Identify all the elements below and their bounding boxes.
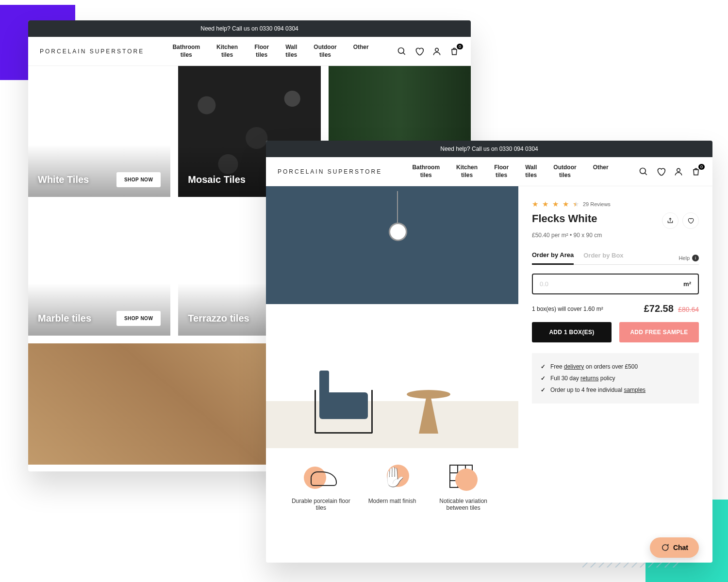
table-illustration <box>407 390 450 434</box>
feature-matt: Modern matt finish <box>361 463 424 511</box>
cart-badge: 0 <box>457 44 463 49</box>
account-icon[interactable] <box>674 167 683 177</box>
tab-order-by-area[interactable]: Order by Area <box>532 251 574 265</box>
room-wall <box>266 186 518 304</box>
add-to-cart-button[interactable]: ADD 1 BOX(ES) <box>532 322 612 342</box>
price-dimensions: £50.40 per m² • 90 x 90 cm <box>532 232 699 239</box>
category-title: Mosaic Tiles <box>188 174 246 185</box>
area-input-wrapper: m² <box>532 274 699 294</box>
feature-durable: Durable porcelain floor tiles <box>289 463 352 511</box>
nav-kitchen[interactable]: Kitchen tiles <box>456 164 478 179</box>
search-icon[interactable] <box>397 47 407 56</box>
category-card-white-tiles[interactable]: White Tiles SHOP NOW <box>28 66 170 197</box>
nav-other[interactable]: Other <box>353 44 369 59</box>
rating-row[interactable]: ★ ★ ★ ★ ★ 29 Reviews <box>532 200 699 209</box>
add-sample-button[interactable]: ADD FREE SAMPLE <box>619 322 699 342</box>
room-floor <box>266 401 518 448</box>
feature-variation: Noticable variation between tiles <box>432 463 495 511</box>
svg-point-3 <box>640 168 646 174</box>
svg-line-1 <box>403 52 405 54</box>
help-link[interactable]: Helpi <box>678 255 699 261</box>
area-input[interactable] <box>540 280 680 288</box>
benefit-item: ✓ Free delivery on orders over £500 <box>541 361 690 372</box>
check-icon: ✓ <box>541 363 546 370</box>
main-nav: Bathroom tiles Kitchen tiles Floor tiles… <box>397 164 624 179</box>
brand-logo[interactable]: PORCELAIN SUPERSTORE <box>278 168 382 175</box>
svg-point-2 <box>435 48 439 51</box>
header-actions: 0 <box>397 47 459 56</box>
category-title: Marble tiles <box>38 313 91 324</box>
brand-logo[interactable]: PORCELAIN SUPERSTORE <box>40 48 144 55</box>
star-icon: ★ <box>552 200 559 209</box>
announcement-bar: Need help? Call us on 0330 094 0304 <box>28 20 471 37</box>
chat-icon <box>661 543 669 552</box>
price-current: £72.58 <box>644 303 674 314</box>
cart-badge: 0 <box>698 164 705 170</box>
main-nav: Bathroom tiles Kitchen tiles Floor tiles… <box>159 44 382 59</box>
check-icon: ✓ <box>541 375 546 382</box>
nav-outdoor[interactable]: Outdoor tiles <box>314 44 336 59</box>
nav-wall[interactable]: Wall tiles <box>285 44 297 59</box>
cart-icon[interactable]: 0 <box>449 47 459 56</box>
nav-outdoor[interactable]: Outdoor tiles <box>553 164 576 179</box>
nav-bathroom[interactable]: Bathroom tiles <box>172 44 200 59</box>
shoe-icon <box>304 463 338 492</box>
site-header: PORCELAIN SUPERSTORE Bathroom tiles Kitc… <box>266 157 712 186</box>
svg-point-0 <box>398 48 404 53</box>
star-half-icon: ★ <box>573 200 579 209</box>
chat-button[interactable]: Chat <box>650 537 699 558</box>
info-icon: i <box>692 255 699 261</box>
returns-link[interactable]: returns <box>580 375 598 382</box>
lamp-bulb <box>390 224 406 240</box>
benefit-item: ✓ Full 30 day returns policy <box>541 372 690 384</box>
category-title: White Tiles <box>38 174 89 185</box>
benefit-item: ✓ Order up to 4 free individual samples <box>541 384 690 396</box>
area-unit: m² <box>683 280 691 288</box>
reviews-count: 29 Reviews <box>583 201 611 207</box>
shop-now-button[interactable]: SHOP NOW <box>116 311 161 326</box>
product-image <box>266 186 518 448</box>
tile-grid-icon <box>447 463 480 492</box>
search-icon[interactable] <box>639 167 648 177</box>
order-tabs: Order by Area Order by Box Helpi <box>532 251 699 265</box>
product-info: ★ ★ ★ ★ ★ 29 Reviews Flecks White £50.40… <box>518 186 712 448</box>
benefits-panel: ✓ Free delivery on orders over £500 ✓ Fu… <box>532 353 699 404</box>
svg-line-4 <box>645 173 647 175</box>
cta-row: ADD 1 BOX(ES) ADD FREE SAMPLE <box>532 322 699 342</box>
heart-icon[interactable] <box>656 167 666 177</box>
site-header: PORCELAIN SUPERSTORE Bathroom tiles Kitc… <box>28 37 471 66</box>
share-button[interactable] <box>662 212 678 229</box>
coverage-text: 1 box(es) will cover 1.60 m² <box>532 306 603 312</box>
star-icon: ★ <box>532 200 538 209</box>
nav-floor[interactable]: Floor tiles <box>254 44 269 59</box>
product-window: Need help? Call us on 0330 094 0304 PORC… <box>266 141 712 563</box>
cart-icon[interactable]: 0 <box>691 167 701 177</box>
lamp-cord <box>397 191 398 225</box>
product-title: Flecks White <box>532 212 597 225</box>
samples-link[interactable]: samples <box>624 387 645 393</box>
product-body: ★ ★ ★ ★ ★ 29 Reviews Flecks White £50.40… <box>266 186 712 448</box>
delivery-link[interactable]: delivery <box>564 363 584 370</box>
category-card-marble[interactable]: Marble tiles SHOP NOW <box>28 205 170 336</box>
announcement-bar: Need help? Call us on 0330 094 0304 <box>266 141 712 157</box>
svg-point-5 <box>677 168 680 172</box>
star-icon: ★ <box>542 200 548 209</box>
nav-kitchen[interactable]: Kitchen tiles <box>216 44 238 59</box>
hand-icon <box>375 463 409 492</box>
product-features: Durable porcelain floor tiles Modern mat… <box>266 448 518 511</box>
wishlist-button[interactable] <box>682 212 699 229</box>
category-title: Terrazzo tiles <box>188 313 249 324</box>
chair-illustration <box>314 375 382 434</box>
star-icon: ★ <box>563 200 569 209</box>
price-old: £80.64 <box>678 306 699 313</box>
nav-floor[interactable]: Floor tiles <box>494 164 509 179</box>
account-icon[interactable] <box>432 47 442 56</box>
nav-bathroom[interactable]: Bathroom tiles <box>412 164 440 179</box>
nav-wall[interactable]: Wall tiles <box>525 164 537 179</box>
tab-order-by-box[interactable]: Order by Box <box>583 252 623 264</box>
check-icon: ✓ <box>541 387 546 393</box>
nav-other[interactable]: Other <box>593 164 609 179</box>
header-actions: 0 <box>639 167 701 177</box>
shop-now-button[interactable]: SHOP NOW <box>116 172 161 187</box>
heart-icon[interactable] <box>414 47 424 56</box>
